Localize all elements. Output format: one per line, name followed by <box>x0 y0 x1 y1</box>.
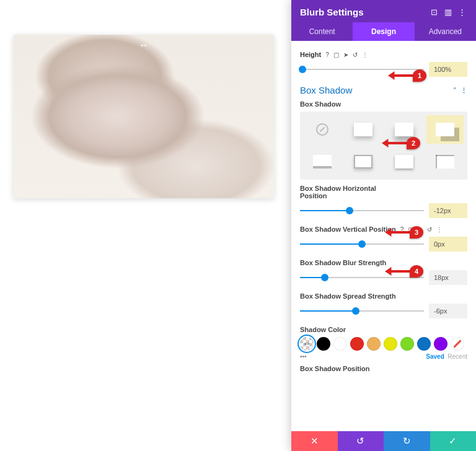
swatch-none[interactable] <box>451 337 464 351</box>
shadow-pos-label: Box Shadow Position <box>300 365 467 372</box>
tab-content[interactable]: Content <box>291 22 353 41</box>
section-more-icon[interactable]: ⋮ <box>457 87 467 94</box>
shadow-presets <box>300 112 467 180</box>
hover-icon[interactable]: ➤ <box>418 226 423 233</box>
swatch-black[interactable] <box>317 337 330 351</box>
height-slider[interactable] <box>300 65 424 74</box>
vert-value[interactable]: 0px <box>429 237 467 252</box>
close-button[interactable]: ✕ <box>291 431 338 451</box>
swatch-blue[interactable] <box>417 337 431 351</box>
preset-none[interactable] <box>304 115 341 144</box>
resize-icon[interactable]: ↔ <box>139 40 149 51</box>
more-icon[interactable]: ⋮ <box>362 51 368 58</box>
palette-more-icon[interactable]: ••• <box>300 353 307 360</box>
swatch-red[interactable] <box>350 337 364 351</box>
save-button[interactable]: ✓ <box>430 431 477 451</box>
tab-advanced[interactable]: Advanced <box>415 22 476 41</box>
panel-header: Blurb Settings ⊡ ▥ ⋮ Content Design Adva… <box>291 0 476 41</box>
height-value[interactable]: 100% <box>429 62 467 77</box>
spread-value[interactable]: -6px <box>429 304 467 318</box>
horiz-value[interactable]: -12px <box>429 203 467 218</box>
saved-link[interactable]: Saved <box>426 353 444 360</box>
vert-label: Box Shadow Vertical Position <box>300 226 396 233</box>
swatch-white[interactable] <box>333 337 347 351</box>
height-label: Height <box>300 51 321 58</box>
redo-button[interactable]: ↻ <box>384 431 430 451</box>
preset-8[interactable] <box>426 147 464 176</box>
preset-4[interactable] <box>426 115 464 144</box>
preset-3[interactable] <box>386 115 423 144</box>
presets-label: Box Shadow <box>300 100 467 108</box>
preset-2[interactable] <box>345 115 382 144</box>
more-icon[interactable]: ⋮ <box>436 226 443 233</box>
reset-icon[interactable]: ↺ <box>427 226 432 233</box>
swatch-purple[interactable] <box>434 337 447 351</box>
phone-icon[interactable]: ▢ <box>408 226 413 233</box>
swatch-orange[interactable] <box>367 337 381 351</box>
swatch-green[interactable] <box>400 337 414 351</box>
tabs: Content Design Advanced <box>291 22 476 41</box>
section-title: Box Shadow <box>300 85 352 95</box>
tab-design[interactable]: Design <box>353 22 414 41</box>
settings-panel: Blurb Settings ⊡ ▥ ⋮ Content Design Adva… <box>291 0 476 451</box>
phone-icon[interactable]: ▢ <box>333 51 339 58</box>
preview-image <box>14 35 274 198</box>
color-swatches <box>300 337 467 351</box>
menu-icon[interactable]: ⋮ <box>456 7 467 17</box>
vert-row: Box Shadow Vertical Position ? ▢ ➤ ↺ ⋮ <box>300 226 467 233</box>
help-icon[interactable]: ? <box>325 51 329 58</box>
help-icon[interactable]: ? <box>400 226 404 233</box>
panel-title: Blurb Settings <box>300 7 364 17</box>
vert-slider[interactable] <box>300 240 424 248</box>
expand-icon[interactable]: ▥ <box>443 7 454 17</box>
recent-link[interactable]: Recent <box>447 353 467 360</box>
preset-6[interactable] <box>345 147 382 176</box>
blur-slider[interactable] <box>300 273 424 282</box>
footer-actions: ✕ ↺ ↻ ✓ <box>291 431 476 451</box>
swatch-yellow[interactable] <box>384 337 397 351</box>
blur-value[interactable]: 18px <box>429 270 467 285</box>
blur-label: Box Shadow Blur Strength <box>300 259 467 266</box>
search-icon[interactable]: ⊡ <box>428 7 439 17</box>
height-row: Height ? ▢ ➤ ↺ ⋮ <box>300 51 467 58</box>
section-box-shadow[interactable]: Box Shadow ˄⋮ <box>300 84 467 95</box>
horiz-label: Box Shadow Horizontal Position <box>300 185 387 199</box>
reset-icon[interactable]: ↺ <box>353 51 358 58</box>
collapse-icon[interactable]: ˄ <box>449 87 457 94</box>
swatch-transparent[interactable] <box>300 337 314 351</box>
color-label: Shadow Color <box>300 326 467 333</box>
horiz-slider[interactable] <box>300 206 424 215</box>
undo-button[interactable]: ↺ <box>338 431 384 451</box>
preset-5[interactable] <box>304 147 341 176</box>
hover-icon[interactable]: ➤ <box>343 51 348 58</box>
spread-label: Box Shadow Spread Strength <box>300 292 467 300</box>
spread-slider[interactable] <box>300 307 424 315</box>
preset-7[interactable] <box>386 147 423 176</box>
module-preview: ↔ <box>14 35 274 198</box>
